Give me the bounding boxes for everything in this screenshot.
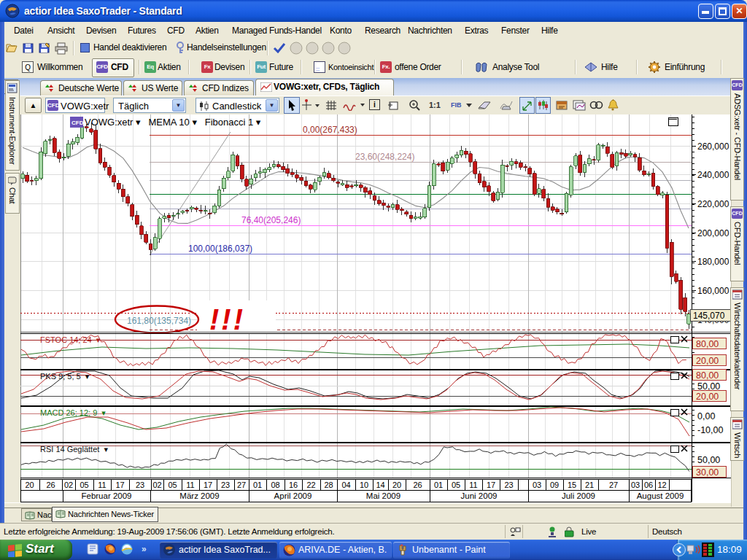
svg-text:11: 11 (469, 481, 477, 489)
svg-text:180,000: 180,000 (697, 257, 729, 267)
svg-text:Februar 2009: Februar 2009 (81, 491, 131, 500)
svg-text:04: 04 (341, 481, 350, 489)
svg-text:09: 09 (550, 481, 559, 489)
svg-text:RSI 14 Geglättet ▾: RSI 14 Geglättet ▾ (40, 445, 108, 454)
svg-text:März 2009: März 2009 (179, 491, 219, 500)
svg-text:76,40(205,246): 76,40(205,246) (241, 215, 301, 225)
svg-text:80,00: 80,00 (696, 339, 719, 349)
svg-text:0,00(267,433): 0,00(267,433) (303, 125, 357, 135)
svg-text:05: 05 (452, 481, 460, 489)
svg-text:16: 16 (289, 481, 298, 489)
svg-text:50,00: 50,00 (697, 381, 720, 392)
svg-text:03: 03 (631, 481, 640, 489)
svg-text:50,00: 50,00 (697, 455, 720, 465)
svg-text:05: 05 (80, 481, 88, 489)
svg-text:06: 06 (644, 481, 653, 489)
svg-text:08: 08 (271, 481, 279, 489)
svg-text:160,000: 160,000 (697, 286, 729, 296)
svg-text:11: 11 (98, 481, 106, 489)
svg-text:220,000: 220,000 (697, 199, 729, 209)
svg-text:27: 27 (237, 481, 246, 489)
svg-text:26: 26 (46, 481, 55, 489)
svg-text:23: 23 (221, 481, 230, 489)
svg-text:PKS 9; 5; 5 ▾: PKS 9; 5; 5 ▾ (40, 372, 90, 381)
svg-text:02: 02 (64, 481, 73, 489)
svg-text:22: 22 (306, 481, 315, 489)
svg-text:11: 11 (186, 481, 194, 489)
svg-text:23: 23 (136, 481, 144, 489)
svg-text:03: 03 (533, 481, 541, 489)
svg-text:Juni 2009: Juni 2009 (461, 491, 498, 500)
svg-text:CFD: CFD (71, 120, 84, 126)
svg-text:-10,00: -10,00 (697, 425, 723, 435)
svg-text:FSTOC 14; 24 ▾: FSTOC 14; 24 ▾ (40, 335, 101, 344)
svg-text:August 2009: August 2009 (637, 491, 684, 500)
svg-text:Mai 2009: Mai 2009 (366, 491, 400, 500)
svg-text:240,000: 240,000 (697, 170, 729, 180)
svg-text:01: 01 (434, 481, 443, 489)
svg-text:23: 23 (504, 481, 513, 489)
svg-text:05: 05 (168, 481, 177, 489)
svg-text:20,00: 20,00 (696, 392, 719, 402)
svg-text:20,00: 20,00 (696, 356, 719, 366)
svg-text:14: 14 (376, 481, 384, 489)
svg-text:02: 02 (152, 481, 161, 489)
svg-text:17: 17 (115, 481, 124, 489)
svg-text:12: 12 (657, 481, 666, 489)
svg-text:23,60(248,224): 23,60(248,224) (355, 152, 414, 162)
svg-text:»: » (142, 544, 147, 554)
svg-text:200,000: 200,000 (697, 228, 729, 238)
svg-text:01: 01 (253, 481, 262, 489)
svg-text:100,00(186,037): 100,00(186,037) (188, 244, 252, 254)
svg-text:MACD 26; 12; 9 ▾: MACD 26; 12; 9 ▾ (40, 408, 106, 417)
svg-text:260,000: 260,000 (697, 141, 729, 152)
svg-text:15: 15 (568, 481, 576, 489)
svg-text:20: 20 (392, 481, 401, 489)
svg-text:17: 17 (204, 481, 212, 489)
svg-text:17: 17 (487, 481, 495, 489)
svg-text:VOWG:xetr ▾ MEMA 10 ▾ Fibo: VOWG:xetr ▾ MEMA 10 ▾ Fibonacci 1 ▾ (85, 117, 261, 128)
svg-text:30,00: 30,00 (696, 467, 719, 478)
svg-text:0,00: 0,00 (697, 411, 715, 421)
svg-text:161,80(135,734): 161,80(135,734) (127, 316, 191, 326)
svg-text:April 2009: April 2009 (274, 491, 312, 500)
svg-text:Juli 2009: Juli 2009 (562, 491, 595, 500)
svg-text:!!!: !!! (209, 303, 245, 335)
svg-text:28: 28 (324, 481, 333, 489)
svg-text:27: 27 (609, 481, 618, 489)
svg-text:20: 20 (25, 481, 34, 489)
svg-text:10: 10 (360, 481, 368, 489)
svg-text:26: 26 (413, 481, 422, 489)
svg-text:145,070: 145,070 (693, 311, 725, 321)
svg-text:21: 21 (585, 481, 594, 489)
svg-text:80,00: 80,00 (696, 370, 719, 381)
